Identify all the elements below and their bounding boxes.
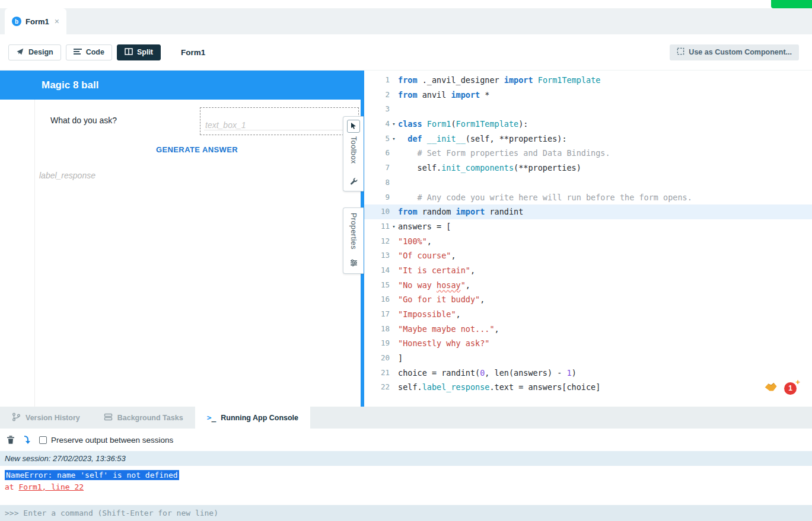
- code-line[interactable]: 8: [364, 175, 812, 190]
- error-location: at Form1, line 22: [5, 482, 807, 491]
- editor-toolbar: Design Code Split Form1 Use as Custom Co…: [0, 34, 812, 71]
- reaction-count-badge[interactable]: 1 +: [784, 382, 797, 395]
- code-line[interactable]: 2from anvil import *: [364, 88, 812, 103]
- code-line[interactable]: 13"Of course",: [364, 248, 812, 263]
- code-line[interactable]: 15"No way hosay",: [364, 278, 812, 293]
- running-app-console-label: Running App Console: [221, 414, 298, 422]
- form-canvas[interactable]: What do you ask? text_box_1 GENERATE ANS…: [0, 100, 361, 407]
- wrench-icon: [350, 177, 358, 187]
- split-button-label: Split: [137, 48, 153, 56]
- console-output[interactable]: NameError: name 'self' is not defined at…: [0, 466, 812, 505]
- handshake-emoji[interactable]: [763, 381, 779, 395]
- code-lines: 1from ._anvil_designer import Form1Templ…: [364, 73, 812, 395]
- properties-collapsed-panel[interactable]: Properties: [343, 207, 364, 274]
- top-strip: [0, 0, 812, 8]
- form-title: Magic 8 ball: [42, 79, 98, 91]
- code-line[interactable]: 16"Go for it buddy",: [364, 292, 812, 307]
- reaction-count: 1: [788, 384, 792, 392]
- split-view: Magic 8 ball What do you ask? text_box_1…: [0, 71, 812, 407]
- error-message[interactable]: NameError: name 'self' is not defined: [5, 470, 179, 480]
- properties-tab-label: Properties: [349, 213, 358, 250]
- code-line[interactable]: 4▾class Form1(Form1Template):: [364, 117, 812, 132]
- split-view-button[interactable]: Split: [117, 44, 161, 60]
- tasks-icon: [104, 413, 113, 423]
- design-panel: Magic 8 ball What do you ask? text_box_1…: [0, 71, 361, 407]
- error-location-link[interactable]: Form1, line 22: [18, 482, 84, 491]
- console-input[interactable]: >>> Enter a command (Shift-Enter for new…: [0, 505, 812, 521]
- code-line[interactable]: 9 # Any code you write here will run bef…: [364, 190, 812, 205]
- console-input-placeholder: >>> Enter a command (Shift-Enter for new…: [5, 509, 218, 517]
- textbox-underline: [204, 130, 355, 130]
- cursor-arrow-icon: [350, 121, 357, 132]
- design-view-button[interactable]: Design: [8, 44, 61, 60]
- split-icon: [125, 47, 133, 57]
- error-location-prefix: at: [5, 482, 18, 491]
- question-label[interactable]: What do you ask?: [50, 116, 117, 125]
- background-tasks-label: Background Tasks: [117, 414, 183, 422]
- code-line[interactable]: 19"Honestly why ask?": [364, 336, 812, 351]
- code-line[interactable]: 10from random import randint: [364, 204, 812, 219]
- component-frame-icon: [677, 47, 684, 57]
- session-banner: New session: 27/02/2023, 13:36:53: [0, 451, 812, 466]
- tab-running-app-console[interactable]: >_ Running App Console: [195, 407, 310, 429]
- code-line[interactable]: 1from ._anvil_designer import Form1Templ…: [364, 73, 812, 88]
- form-name-label: Form1: [181, 48, 205, 57]
- scroll-to-bottom-icon[interactable]: [23, 435, 31, 445]
- console-controls: Preserve output between sessions: [0, 429, 812, 451]
- code-line[interactable]: 7 self.init_components(**properties): [364, 161, 812, 175]
- clear-console-icon[interactable]: [7, 435, 15, 445]
- fold-arrow-icon[interactable]: ▾: [390, 219, 398, 234]
- fold-arrow-icon[interactable]: ▾: [390, 132, 398, 146]
- code-icon: [74, 47, 82, 57]
- code-line[interactable]: 5▾ def __init__(self, **properties):: [364, 132, 812, 146]
- add-reaction-plus[interactable]: +: [795, 378, 800, 386]
- branch-icon: [12, 413, 21, 423]
- pointer-tool-button[interactable]: [347, 120, 360, 133]
- anvil-ide-window: b Form1 × Design Code Split Form1 Use as…: [0, 0, 812, 521]
- tab-label: Form1: [26, 17, 49, 26]
- code-line[interactable]: 20]: [364, 351, 812, 366]
- code-line[interactable]: 14"It is certain",: [364, 263, 812, 278]
- code-button-label: Code: [86, 48, 104, 56]
- code-line[interactable]: 3: [364, 102, 812, 117]
- code-line[interactable]: 11▾answers = [: [364, 219, 812, 234]
- code-line[interactable]: 17"Impossible",: [364, 307, 812, 322]
- code-line[interactable]: 21choice = randint(0, len(answers) - 1): [364, 366, 812, 381]
- code-reactions: 1 +: [764, 382, 797, 395]
- code-line[interactable]: 22self.label_response.text = answers[cho…: [364, 380, 812, 395]
- code-line[interactable]: 12"100%",: [364, 234, 812, 249]
- textbox-component[interactable]: text_box_1: [200, 107, 359, 135]
- bottom-tab-bar: Version History Background Tasks >_ Runn…: [0, 407, 812, 429]
- tab-version-history[interactable]: Version History: [0, 407, 92, 429]
- form-title-bar: Magic 8 ball: [0, 71, 361, 100]
- tab-form1[interactable]: b Form1 ×: [5, 8, 66, 34]
- response-label[interactable]: label_response: [39, 171, 95, 180]
- toolbox-tab-label: Toolbox: [349, 136, 358, 174]
- anvil-logo-icon: b: [12, 17, 21, 26]
- tab-background-tasks[interactable]: Background Tasks: [92, 407, 195, 429]
- use-as-custom-component-button[interactable]: Use as Custom Component...: [670, 44, 799, 60]
- run-button-partial[interactable]: [771, 0, 812, 8]
- sliders-icon: [350, 258, 358, 269]
- form-tab-bar: b Form1 ×: [0, 8, 812, 34]
- close-icon[interactable]: ×: [55, 17, 59, 26]
- preserve-output-checkbox[interactable]: [39, 436, 47, 444]
- use-custom-label: Use as Custom Component...: [689, 48, 792, 56]
- version-history-label: Version History: [26, 414, 80, 422]
- code-line[interactable]: 6 # Set Form properties and Data Binding…: [364, 146, 812, 161]
- toolbox-collapsed-panel[interactable]: Toolbox: [343, 116, 364, 191]
- fold-arrow-icon[interactable]: ▾: [390, 117, 398, 132]
- design-icon: [16, 47, 24, 57]
- preserve-output-label[interactable]: Preserve output between sessions: [51, 436, 173, 445]
- generate-answer-button[interactable]: GENERATE ANSWER: [34, 145, 359, 154]
- textbox-placeholder: text_box_1: [205, 120, 246, 130]
- code-editor[interactable]: 1from ._anvil_designer import Form1Templ…: [364, 71, 812, 407]
- code-view-button[interactable]: Code: [66, 44, 112, 60]
- code-line[interactable]: 18"Maybe maybe not...",: [364, 322, 812, 337]
- design-button-label: Design: [28, 48, 53, 56]
- session-text: New session: 27/02/2023, 13:36:53: [5, 454, 126, 463]
- console-prompt-icon: >_: [207, 413, 216, 422]
